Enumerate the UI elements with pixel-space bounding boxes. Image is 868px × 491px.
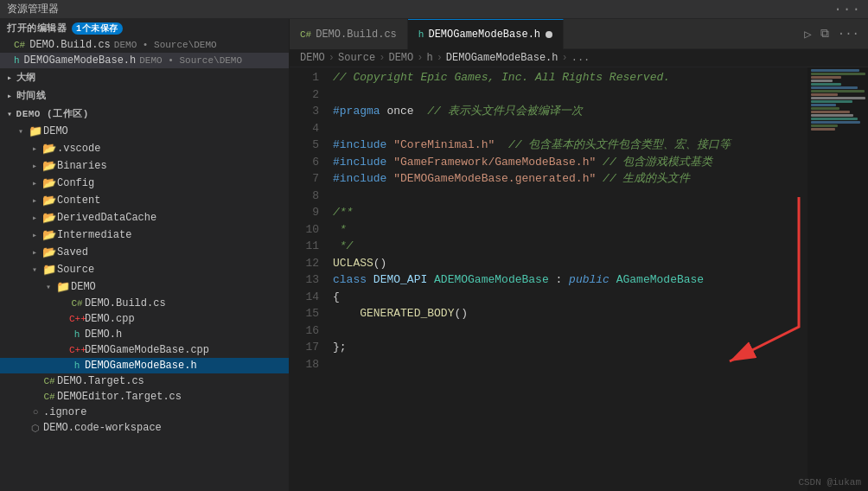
tab-actions: ▷ ⧉ ··· [795, 19, 868, 48]
explorer-label: DEMO (工作区) [16, 107, 89, 120]
watermark: CSDN @iukam [798, 477, 861, 488]
open-editor-path: DEMO • Source\DEMO [114, 40, 217, 50]
tree-label: Saved [57, 246, 289, 258]
tree-item-intermediate[interactable]: ▸ 📂 Intermediate [0, 226, 289, 244]
tree-item-gamemode-h[interactable]: h DEMOGameModeBase.h [0, 358, 289, 373]
tree-item-editor-target[interactable]: C# DEMOEditor.Target.cs [0, 389, 289, 405]
tree-label: DerivedDataCache [57, 212, 289, 224]
code-line-11: */ [333, 238, 807, 255]
open-editor-gamemode-h[interactable]: h DEMOGameModeBase.h DEMO • Source\DEMO [0, 53, 289, 68]
tree-item-demo-h[interactable]: h DEMO.h [0, 327, 289, 342]
timeline-section: ▸ 时间线 [0, 86, 289, 105]
open-editor-name: DEMO.Build.cs [29, 39, 111, 51]
breadcrumb-demo[interactable]: DEMO [300, 52, 325, 64]
folder-icon: 📂 [41, 211, 57, 225]
tree-item-derivedcache[interactable]: ▸ 📂 DerivedDataCache [0, 209, 289, 226]
breadcrumb-ellipsis[interactable]: ... [571, 52, 590, 64]
line-numbers: 123456789101112131415161718 [290, 67, 326, 491]
code-line-3: #pragma once // 表示头文件只会被编译一次 [333, 103, 807, 120]
cs-file-icon: C# [69, 298, 85, 309]
folder-icon: 📂 [41, 246, 57, 259]
tab-h-icon: h [418, 29, 424, 40]
tree-item-workspace[interactable]: ⬡ DEMO.code-workspace [0, 420, 289, 436]
code-line-4 [333, 120, 807, 137]
tree-label: DEMO [71, 281, 289, 293]
open-editor-path2: DEMO • Source\DEMO [139, 55, 242, 66]
cpp-file-icon: C++ [69, 314, 85, 324]
tree-item-demo-root[interactable]: ▾ 📁 DEMO [0, 123, 289, 140]
folder-icon: 📂 [41, 159, 57, 173]
tree-item-source-demo[interactable]: ▾ 📁 DEMO [0, 278, 289, 296]
breadcrumb-h[interactable]: h [426, 52, 432, 64]
main-layout: 打开的编辑器 1个未保存 C# DEMO.Build.cs DEMO • Sou… [0, 19, 868, 491]
code-line-1: // Copyright Epic Games, Inc. All Rights… [333, 69, 807, 86]
open-editor-build-cs[interactable]: C# DEMO.Build.cs DEMO • Source\DEMO [0, 37, 289, 53]
outline-header[interactable]: ▸ 大纲 [0, 68, 289, 86]
tree-label: DEMO.h [85, 328, 289, 341]
editor-area: C# DEMO.Build.cs h DEMOGameModeBase.h ▷ … [290, 19, 868, 491]
code-line-16 [333, 322, 807, 340]
more-actions-button[interactable]: ··· [836, 25, 861, 42]
explorer-arrow: ▾ [7, 109, 13, 119]
tree-label: Config [57, 177, 289, 189]
top-bar-title: 资源管理器 [7, 2, 833, 16]
unsaved-badge: 1个未保存 [72, 22, 123, 35]
code-editor[interactable]: 123456789101112131415161718 // Copyright… [290, 67, 868, 491]
breadcrumb-filename[interactable]: DEMOGameModeBase.h [446, 52, 558, 64]
folder-icon: 📂 [41, 176, 57, 190]
tree-label: DEMO.code-workspace [43, 422, 289, 434]
tree-item-binaries[interactable]: ▸ 📂 Binaries [0, 157, 289, 175]
tree-item-ignore[interactable]: ○ .ignore [0, 405, 289, 420]
open-editors-label: 打开的编辑器 [7, 22, 67, 35]
code-line-2 [333, 86, 807, 104]
run-button[interactable]: ▷ [802, 25, 813, 43]
code-line-17: }; [333, 339, 807, 356]
tab-gamemode-h[interactable]: h DEMOGameModeBase.h [408, 19, 564, 49]
top-bar: 资源管理器 ··· [0, 0, 868, 19]
cs-editor-icon: C# [41, 392, 57, 402]
code-line-12: UCLASS() [333, 255, 807, 272]
tree-item-saved[interactable]: ▸ 📂 Saved [0, 244, 289, 261]
open-editors-header[interactable]: 打开的编辑器 1个未保存 [0, 19, 289, 37]
cs-icon: C# [14, 40, 25, 50]
timeline-arrow: ▸ [7, 91, 13, 101]
tree-label: Content [57, 194, 289, 207]
tab-modified-dot [546, 31, 552, 38]
tree-item-demo-target[interactable]: C# DEMO.Target.cs [0, 373, 289, 389]
tree-item-config[interactable]: ▸ 📂 Config [0, 175, 289, 192]
code-line-6: #include "GameFramework/GameModeBase.h" … [333, 154, 807, 171]
ignore-icon: ○ [28, 407, 43, 418]
tree-label: .vscode [57, 143, 289, 155]
folder-open-icon: 📁 [41, 263, 57, 277]
code-content[interactable]: // Copyright Epic Games, Inc. All Rights… [326, 67, 807, 491]
tab-build-cs[interactable]: C# DEMO.Build.cs [290, 19, 408, 49]
breadcrumb-demo2[interactable]: DEMO [388, 52, 413, 64]
timeline-header[interactable]: ▸ 时间线 [0, 86, 289, 105]
explorer-tree: ▾ DEMO (工作区) ▾ 📁 DEMO ▸ 📂 .vscode ▸ 📂 Bi [0, 105, 289, 491]
sidebar: 打开的编辑器 1个未保存 C# DEMO.Build.cs DEMO • Sou… [0, 19, 290, 491]
split-editor-button[interactable]: ⧉ [819, 25, 831, 42]
tree-item-content[interactable]: ▸ 📂 Content [0, 192, 289, 209]
tree-item-demo-cpp[interactable]: C++ DEMO.cpp [0, 311, 289, 327]
tree-item-gamemode-cpp[interactable]: C++ DEMOGameModeBase.cpp [0, 342, 289, 358]
h-file-icon: h [69, 329, 85, 340]
cpp-file-icon2: C++ [69, 345, 85, 355]
workspace-icon: ⬡ [28, 423, 43, 434]
tree-label: Binaries [57, 160, 289, 172]
breadcrumb-source[interactable]: Source [338, 52, 375, 64]
code-line-9: /** [333, 204, 807, 221]
tree-label: DEMOGameModeBase.h [85, 360, 289, 372]
minimap-content [807, 67, 868, 133]
tree-item-source[interactable]: ▾ 📁 Source [0, 261, 289, 278]
tree-item-build-cs[interactable]: C# DEMO.Build.cs [0, 296, 289, 311]
tree-item-vscode[interactable]: ▸ 📂 .vscode [0, 140, 289, 157]
tree-label: Source [57, 264, 289, 276]
code-line-13: class DEMO_API ADEMOGameModeBase : publi… [333, 271, 807, 289]
explorer-header[interactable]: ▾ DEMO (工作区) [0, 105, 289, 123]
h-file-icon2: h [69, 360, 85, 371]
top-bar-menu[interactable]: ··· [833, 2, 861, 17]
h-icon: h [14, 55, 20, 66]
tree-label: DEMO.Target.cs [57, 375, 289, 387]
code-line-10: * [333, 221, 807, 239]
folder-icon: 📂 [41, 228, 57, 242]
